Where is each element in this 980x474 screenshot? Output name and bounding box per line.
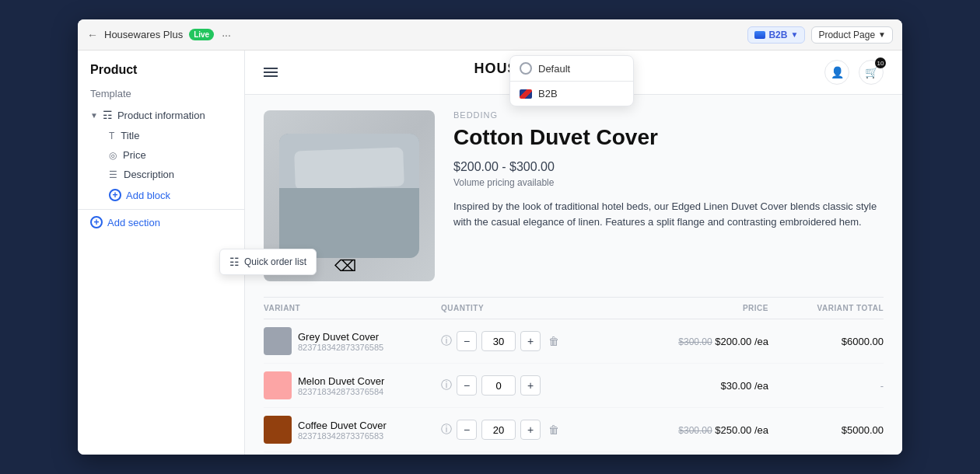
original-price-1: $300.00	[678, 336, 712, 347]
qty-input-2[interactable]	[481, 375, 516, 396]
price-cell-1: $300.00 $200.00 /ea	[660, 336, 768, 347]
variant-thumb-2	[264, 371, 292, 399]
info-icon-1[interactable]: ⓘ	[441, 334, 452, 348]
table-row: Coffee Duvet Cover 823718342873376583 ⓘ …	[264, 408, 884, 452]
collapse-chevron-icon: ▼	[90, 111, 98, 120]
store-name-topbar: Housewares Plus	[104, 29, 183, 40]
dropdown-default[interactable]: Default	[510, 56, 633, 81]
variant-name-2: Melon Duvet Cover	[298, 375, 384, 387]
qty-input-3[interactable]	[481, 420, 516, 440]
variant-sku-1: 823718342873376585	[298, 343, 383, 352]
b2b-dropdown-flag-icon	[520, 89, 532, 99]
sale-price-2: $30.00 /ea	[721, 380, 768, 392]
qty-decrease-2[interactable]: −	[457, 375, 477, 396]
sidebar-price-block[interactable]: ◎ Price	[78, 145, 244, 165]
grid-icon: ☶	[103, 109, 113, 121]
variant-name-3: Coffee Duvet Cover	[298, 420, 387, 431]
b2b-dropdown: Default B2B	[509, 55, 634, 106]
variant-col-header: VARIANT	[264, 304, 435, 312]
sidebar-description-block[interactable]: ☰ Description	[78, 165, 244, 184]
product-category: BEDDING	[453, 110, 884, 120]
price-cell-3: $300.00 $250.00 /ea	[660, 424, 768, 436]
sidebar-product-info-section[interactable]: ▼ ☶ Product information	[78, 104, 244, 126]
dropdown-b2b[interactable]: B2B	[510, 82, 633, 106]
text-icon: T	[109, 131, 114, 141]
qty-increase-2[interactable]: +	[520, 375, 541, 396]
b2b-chevron-icon: ▼	[790, 30, 798, 39]
qty-decrease-3[interactable]: −	[457, 420, 477, 440]
qty-increase-3[interactable]: +	[520, 420, 541, 440]
qty-cell-3: ⓘ − + 🗑	[441, 420, 653, 440]
product-price: $200.00 - $300.00	[453, 160, 884, 174]
variant-name-1: Grey Duvet Cover	[298, 331, 383, 343]
cursor-icon: ⌫	[334, 256, 356, 275]
more-options-icon[interactable]: ···	[222, 29, 231, 41]
variant-sku-3: 823718342873376583	[298, 431, 387, 441]
hamburger-menu[interactable]	[264, 68, 278, 77]
info-icon-3[interactable]: ⓘ	[441, 423, 452, 437]
price-col-header: PRICE	[660, 304, 768, 312]
volume-pricing-label: Volume pricing available	[453, 177, 884, 188]
product-title: Cotton Duvet Cover	[453, 124, 884, 151]
page-chevron-icon: ▼	[878, 30, 886, 39]
total-cell-1: $6000.00	[775, 336, 884, 347]
sale-price-1: $200.00 /ea	[715, 336, 768, 347]
qty-cell-2: ⓘ − +	[441, 375, 653, 396]
variant-thumb-3	[264, 416, 292, 444]
price-icon: ◎	[109, 150, 117, 161]
qty-increase-1[interactable]: +	[520, 331, 541, 351]
live-badge: Live	[189, 29, 214, 40]
sidebar-template-label: Template	[78, 83, 244, 104]
sidebar-title-block[interactable]: T Title	[78, 126, 244, 145]
variant-cell-2: Melon Duvet Cover 823718342873376584	[264, 371, 435, 399]
content-area: HOUSEWARES PLUS WHOLESALE 👤 🛒 10	[245, 51, 902, 455]
total-cell-3: $5000.00	[775, 424, 884, 436]
b2b-selector[interactable]: B2B ▼	[747, 26, 805, 44]
qty-input-1[interactable]	[481, 331, 516, 351]
add-section-button[interactable]: + Add section	[78, 209, 244, 235]
variants-table: VARIANT QUANTITY PRICE VARIANT TOTAL Gre…	[245, 297, 902, 455]
delete-icon-1[interactable]: 🗑	[548, 335, 559, 347]
table-row: Melon Duvet Cover 823718342873376584 ⓘ −…	[264, 364, 884, 408]
account-icon-button[interactable]: 👤	[824, 60, 849, 85]
cart-count-badge: 10	[875, 58, 886, 68]
header-icons: 👤 🛒 10	[824, 60, 884, 85]
sale-price-3: $250.00 /ea	[715, 424, 768, 436]
variant-cell-1: Grey Duvet Cover 823718342873376585	[264, 327, 435, 355]
quick-order-tooltip: ☷ Quick order list	[219, 249, 317, 275]
product-description: Inspired by the look of traditional hote…	[453, 199, 884, 232]
sidebar-product-title: Product	[78, 51, 244, 83]
original-price-3: $300.00	[678, 425, 712, 436]
product-details: BEDDING Cotton Duvet Cover $200.00 - $30…	[453, 110, 884, 281]
globe-icon	[520, 62, 532, 75]
total-col-header: VARIANT TOTAL	[775, 304, 884, 312]
variant-thumb-1	[264, 327, 292, 355]
add-block-plus-icon: +	[109, 189, 121, 201]
info-icon-2[interactable]: ⓘ	[441, 378, 452, 392]
qty-decrease-1[interactable]: −	[457, 331, 477, 351]
product-page-button[interactable]: Product Page ▼	[811, 26, 893, 44]
add-section-plus-icon: +	[90, 216, 103, 228]
quick-order-icon: ☷	[229, 256, 240, 268]
qty-cell-1: ⓘ − + 🗑	[441, 331, 653, 351]
delete-icon-3[interactable]: 🗑	[548, 423, 559, 436]
total-cell-2: -	[775, 380, 884, 392]
back-icon[interactable]: ←	[87, 29, 98, 41]
quantity-col-header: QUANTITY	[441, 304, 653, 312]
table-header: VARIANT QUANTITY PRICE VARIANT TOTAL	[264, 297, 884, 319]
cart-icon-button[interactable]: 🛒 10	[859, 60, 884, 85]
table-row: Grey Duvet Cover 823718342873376585 ⓘ − …	[264, 319, 884, 364]
variant-sku-2: 823718342873376584	[298, 387, 384, 396]
description-icon: ☰	[109, 169, 117, 180]
variant-cell-3: Coffee Duvet Cover 823718342873376583	[264, 416, 435, 444]
add-block-button[interactable]: + Add block	[78, 184, 244, 206]
b2b-flag-icon	[754, 31, 765, 39]
price-cell-2: $30.00 /ea	[660, 380, 768, 392]
